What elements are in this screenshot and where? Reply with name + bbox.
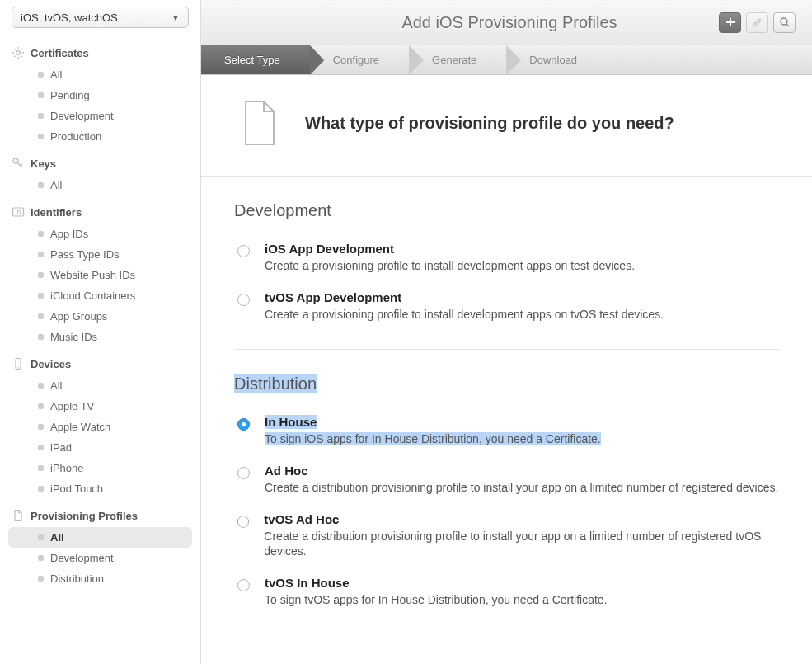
option-row[interactable]: Ad HocCreate a distribution provisioning… [201,457,812,506]
plus-icon [725,16,736,28]
sidebar-item[interactable]: Development [8,548,192,568]
prompt-heading: What type of provisioning profile do you… [305,114,674,133]
page-title: Add iOS Provisioning Profiles [300,13,719,32]
radio-button[interactable] [237,294,250,306]
bullet-icon [38,231,44,237]
bullet-icon [38,313,44,319]
edit-icon [752,16,763,28]
sidebar-section-certificates: Certificates AllPendingDevelopmentProduc… [0,43,200,147]
id-icon: ID [12,205,25,219]
option-title: In House [265,415,601,429]
option-row[interactable]: In HouseTo sign iOS apps for In House Di… [201,408,812,457]
sidebar-heading-certificates[interactable]: Certificates [0,43,200,63]
bullet-icon [38,252,44,257]
sidebar-heading-label: Certificates [31,47,89,59]
sidebar-item-label: iPhone [50,462,83,474]
radio-button[interactable] [237,579,250,591]
bullet-icon [38,113,44,119]
bullet-icon [38,182,44,188]
option-desc: To sign iOS apps for In House Distributi… [265,431,601,447]
step-label: Download [529,54,577,66]
sidebar-item[interactable]: All [8,527,192,548]
option-desc: Create a provisioning profile to install… [265,307,664,323]
option-title: tvOS In House [265,576,608,590]
sidebar-heading-provisioning[interactable]: Provisioning Profiles [0,506,200,525]
sidebar-items-provisioning: AllDevelopmentDistribution [0,527,200,589]
sidebar-item[interactable]: App IDs [8,224,192,244]
sidebar-item[interactable]: Development [8,106,192,126]
platform-selector[interactable]: iOS, tvOS, watchOS ▼ [12,7,189,28]
sidebar-item-label: iPad [50,441,72,454]
document-icon [242,100,277,146]
sidebar-item[interactable]: All [8,375,192,396]
step-configure[interactable]: Configure [310,45,409,74]
sidebar-item[interactable]: Website Push IDs [8,265,192,285]
bullet-icon [38,72,44,78]
sidebar-item-label: App IDs [50,228,88,240]
step-label: Configure [333,54,379,66]
title-actions [719,12,796,33]
sidebar-item[interactable]: iCloud Containers [8,285,192,306]
svg-point-0 [16,51,21,55]
sidebar-item-label: Apple Watch [50,421,110,433]
sidebar-item-label: iPod Touch [50,483,103,495]
bullet-icon [38,555,44,561]
sidebar-item-label: Distribution [50,572,104,585]
sidebar-item[interactable]: Music IDs [8,327,192,347]
prompt-row: What type of provisioning profile do you… [201,92,812,177]
sidebar-item-label: All [50,531,64,544]
sidebar-item[interactable]: App Groups [8,306,192,327]
sidebar-item-label: Development [50,552,114,564]
svg-text:ID: ID [16,210,21,215]
group-title: Distribution [234,374,317,393]
option-desc: Create a distribution provisioning profi… [265,480,778,496]
bullet-icon [38,424,44,430]
key-icon [12,157,25,170]
divider [234,349,779,350]
bullet-icon [38,465,44,471]
sidebar-item[interactable]: Apple Watch [8,417,192,437]
sidebar: iOS, tvOS, watchOS ▼ Certificates AllPen… [0,0,201,664]
sidebar-heading-identifiers[interactable]: ID Identifiers [0,202,200,222]
sidebar-heading-devices[interactable]: Devices [0,354,200,374]
radio-button[interactable] [237,516,249,528]
sidebar-item-label: Music IDs [50,331,97,343]
search-button[interactable] [773,12,796,33]
sidebar-section-provisioning: Provisioning Profiles AllDevelopmentDist… [0,506,200,589]
radio-button[interactable] [237,418,250,431]
radio-button[interactable] [237,467,250,479]
add-button[interactable] [719,12,741,33]
bullet-icon [38,445,44,450]
step-select-type[interactable]: Select Type [201,45,310,74]
sidebar-item-label: Production [50,130,101,143]
sidebar-item[interactable]: All [8,64,192,85]
sidebar-item[interactable]: iPod Touch [8,478,192,499]
sidebar-item[interactable]: Apple TV [8,396,192,417]
sidebar-item[interactable]: All [8,175,192,195]
group-title: Development [234,201,812,220]
step-bar: Select TypeConfigureGenerateDownload [201,45,812,75]
option-row[interactable]: tvOS Ad HocCreate a distribution provisi… [201,506,812,570]
radio-button[interactable] [237,245,250,257]
sidebar-item[interactable]: Production [8,126,192,147]
step-download[interactable]: Download [506,45,607,74]
sidebar-item[interactable]: Pass Type IDs [8,244,192,265]
option-row[interactable]: tvOS App DevelopmentCreate a provisionin… [201,284,812,332]
bullet-icon [38,92,44,98]
sidebar-item[interactable]: Pending [8,85,192,106]
sidebar-heading-label: Keys [31,158,56,170]
sidebar-item[interactable]: iPad [8,437,192,458]
option-row[interactable]: iOS App DevelopmentCreate a provisioning… [201,235,812,284]
sidebar-heading-keys[interactable]: Keys [0,153,200,173]
sidebar-section-devices: Devices AllApple TVApple WatchiPadiPhone… [0,354,200,499]
bullet-icon [38,334,44,340]
sidebar-item[interactable]: iPhone [8,458,192,478]
option-row[interactable]: tvOS In HouseTo sign tvOS apps for In Ho… [201,569,812,618]
sidebar-item-label: Pending [50,89,90,101]
sidebar-item-label: Development [50,110,114,122]
bullet-icon [38,534,44,540]
bullet-icon [38,576,44,582]
sidebar-item-label: All [50,379,62,392]
search-icon [779,16,791,28]
sidebar-item[interactable]: Distribution [8,568,192,589]
